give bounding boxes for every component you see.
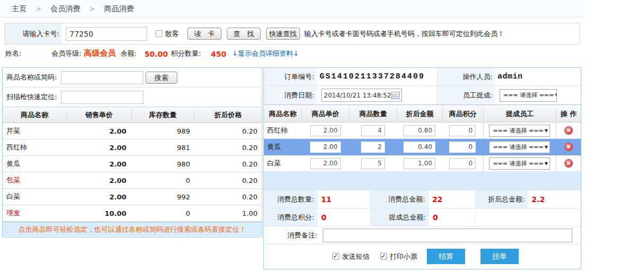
product-price: 2.00 (66, 177, 131, 185)
order-no-value: GS1410211337284409 (317, 72, 425, 81)
product-name: 理发 (3, 208, 66, 218)
product-table-header: 商品名称 销售单价 库存数量 折后价格 (3, 107, 262, 123)
item-amount-input[interactable] (403, 142, 435, 153)
col-amount: 折后金额 (397, 109, 442, 119)
total-amount-label: 消费总金额: (370, 190, 428, 208)
delete-item-icon[interactable]: ✖ (564, 143, 573, 151)
card-number-label: 请输入卡号: (5, 23, 62, 44)
member-level-value: 高级会员 (84, 48, 116, 58)
item-price-input[interactable] (310, 142, 341, 153)
order-panel: 订单编号: GS1410211337284409 操作人员: admin 消费日… (263, 67, 581, 269)
product-name: 西红柿 (3, 143, 66, 152)
find-button[interactable]: 查 找 (227, 28, 261, 40)
product-name: 白菜 (3, 192, 66, 202)
product-row[interactable]: 理发 10.00 0 1.00 (3, 205, 262, 222)
col-action: 操 作 (556, 109, 581, 119)
scan-locate-input[interactable] (61, 91, 143, 104)
delete-item-icon[interactable]: ✖ (564, 126, 573, 135)
product-stock: 980 (131, 160, 194, 168)
item-name: 白菜 (264, 159, 302, 168)
product-discount-price: 0.20 (194, 177, 262, 185)
read-card-button[interactable]: 读 卡 (187, 28, 221, 40)
col-sale-price: 销售单价 (66, 110, 131, 120)
item-points-input[interactable] (449, 158, 476, 169)
product-list-panel: 商品名称或简码: 搜索 扫描枪快速定位: 商品名称 销售单价 库存数量 折后价格… (2, 67, 262, 238)
quick-find-button[interactable]: 快速查找 (266, 28, 300, 40)
card-search-box: 请输入卡号: 散客 读 卡 查 找 快速查找 输入卡号或者卡面号码或者手机号码，… (4, 23, 580, 45)
total-commission-value: 0 (428, 208, 475, 226)
sms-checkbox[interactable] (332, 253, 339, 260)
product-stock: 0 (131, 209, 194, 217)
sms-label: 发送短信 (342, 252, 370, 261)
order-item-row[interactable]: 西红柿 === 请选择 ===▼ ✖ (264, 123, 581, 139)
breadcrumb-product-consume[interactable]: 商品消费 (104, 4, 134, 13)
product-row[interactable]: 包菜 2.00 0 0.20 (3, 172, 262, 189)
item-staff-select[interactable]: === 请选择 ===▼ (489, 141, 550, 153)
checkout-button[interactable]: 结算 (427, 249, 465, 264)
consume-date-label: 消费日期: (264, 86, 317, 104)
total-points-value: 0 (317, 208, 370, 226)
commission-label: 员工提成: (437, 86, 495, 104)
item-points-input[interactable] (449, 142, 476, 153)
breadcrumb-home[interactable]: 主页 (12, 4, 27, 13)
member-detail-link[interactable]: ↓显示会员详细资料↓ (232, 49, 299, 58)
item-qty-input[interactable] (361, 158, 385, 169)
card-search-hint: 输入卡号或者卡面号码或者手机号码，按回车即可定位到此会员！ (304, 29, 504, 39)
product-row[interactable]: 白菜 2.00 992 0.20 (3, 189, 262, 205)
member-balance-value: 50.00 (144, 50, 168, 58)
product-name: 包菜 (3, 176, 66, 185)
consume-date-input[interactable]: 2014/10/21 13:48:52 (321, 89, 402, 102)
calendar-icon[interactable] (391, 92, 400, 99)
note-label: 消费备注: (264, 231, 320, 240)
product-stock: 981 (131, 144, 194, 152)
guest-label: 散客 (165, 29, 179, 39)
delete-item-icon[interactable]: ✖ (564, 159, 573, 168)
product-search-label: 商品名称或简码: (3, 73, 58, 82)
print-label: 打印小票 (390, 252, 417, 261)
product-table-footnote: 点击商品即可轻松选定，也可以通过名称或简码进行搜索或条码直接定位！ (3, 222, 262, 237)
operator-label: 操作人员: (437, 68, 495, 85)
product-price: 10.00 (66, 209, 131, 217)
total-qty-label: 消费总数量: (264, 190, 317, 208)
total-qty-value: 11 (317, 190, 370, 208)
order-item-row[interactable]: 黄瓜 === 请选择 ===▼ ✖ (264, 139, 581, 155)
item-amount-input[interactable] (403, 125, 435, 136)
item-staff-select[interactable]: === 请选择 ===▼ (489, 125, 550, 137)
product-search-button[interactable]: 搜索 (145, 72, 177, 84)
product-row[interactable]: 西红柿 2.00 981 0.20 (3, 139, 262, 156)
print-checkbox[interactable] (380, 253, 387, 260)
product-price: 2.00 (66, 127, 131, 135)
item-amount-input[interactable] (403, 158, 435, 169)
item-qty-input[interactable] (361, 142, 385, 153)
hold-button[interactable]: 挂单 (480, 249, 519, 264)
member-name-label: 姓名: (5, 49, 21, 58)
item-points-input[interactable] (449, 125, 476, 136)
product-discount-price: 1.00 (194, 209, 262, 217)
item-staff-select[interactable]: === 请选择 ===▼ (489, 158, 550, 170)
breadcrumb-member-consume[interactable]: 会员消费 (50, 4, 80, 13)
item-price-input[interactable] (310, 158, 341, 169)
note-input[interactable] (323, 229, 572, 242)
total-discount-value: 2.2 (527, 190, 581, 208)
item-name: 黄瓜 (264, 142, 302, 152)
product-name: 芹菜 (3, 126, 66, 136)
totals-empty-cell (475, 208, 581, 226)
product-stock: 0 (131, 177, 194, 185)
item-qty-input[interactable] (361, 125, 385, 136)
product-stock: 989 (131, 127, 194, 135)
order-item-row[interactable]: 白菜 === 请选择 ===▼ ✖ (264, 155, 581, 172)
product-discount-price: 0.20 (194, 193, 262, 201)
scan-locate-label: 扫描枪快速定位: (3, 92, 58, 102)
product-row[interactable]: 黄瓜 2.00 980 0.20 (3, 156, 262, 172)
total-commission-label: 提成总金额: (370, 208, 428, 226)
guest-checkbox[interactable] (156, 30, 162, 37)
product-row[interactable]: 芹菜 2.00 989 0.20 (3, 123, 262, 139)
product-search-input[interactable] (61, 71, 143, 84)
card-number-input[interactable] (66, 27, 147, 41)
col-staff: 提成员工 (483, 109, 556, 119)
commission-select[interactable]: === 请选择 ===▼ (500, 89, 557, 102)
product-price: 2.00 (66, 160, 131, 168)
member-level-label: 会员等级: (51, 49, 81, 58)
breadcrumb: 主页 > 会员消费 > 商品消费 (0, 0, 584, 18)
item-price-input[interactable] (310, 125, 341, 136)
